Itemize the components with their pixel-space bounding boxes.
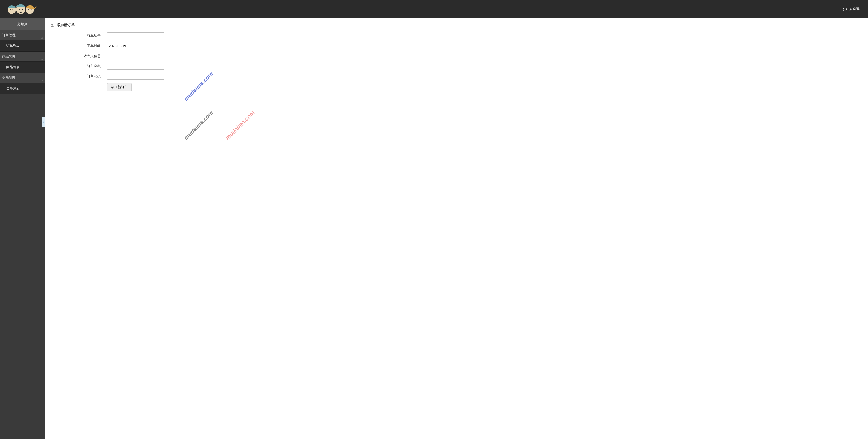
- svg-point-10: [51, 24, 53, 25]
- amount-input[interactable]: [107, 63, 164, 69]
- logout-link[interactable]: 安全退出: [843, 7, 863, 11]
- sidebar-item-label: 会员列表: [6, 86, 20, 90]
- logo: [3, 1, 39, 17]
- sidebar-item-order-list[interactable]: 订单列表: [0, 40, 44, 52]
- order-form-table: 订单编号: 下单时间: 收件人信息: 订单金额:: [50, 31, 863, 93]
- sidebar-group-orders[interactable]: 订单管理: [0, 30, 44, 40]
- person-icon: [50, 23, 55, 28]
- sidebar-start-label: 起始页: [18, 22, 28, 26]
- status-label: 订单状态:: [50, 71, 104, 82]
- page-title: 添加新订单: [57, 23, 75, 28]
- main-content: 添加新订单 订单编号: 下单时间: 收件人信息:: [44, 18, 868, 439]
- sidebar-group-label: 会员管理: [2, 76, 16, 80]
- order-no-label: 订单编号:: [50, 31, 104, 41]
- sidebar: 起始页 订单管理 订单列表 商品管理 商品列表 会员管理 会员列表 ◀: [0, 18, 44, 439]
- sidebar-group-label: 商品管理: [2, 55, 16, 58]
- page-header: 添加新订单: [50, 21, 863, 31]
- svg-point-7: [28, 9, 29, 10]
- sidebar-item-product-list[interactable]: 商品列表: [0, 62, 44, 73]
- watermark-text: mudaima.com: [183, 110, 214, 141]
- sidebar-group-products[interactable]: 商品管理: [0, 52, 44, 62]
- submit-spacer: [50, 82, 104, 93]
- sidebar-start-page[interactable]: 起始页: [0, 18, 44, 30]
- recipient-label: 收件人信息:: [50, 51, 104, 61]
- status-input[interactable]: [107, 73, 164, 80]
- order-time-input[interactable]: [107, 42, 164, 49]
- watermark-text: mudaima.com: [224, 110, 256, 141]
- order-no-input[interactable]: [107, 32, 164, 39]
- svg-point-5: [22, 9, 23, 10]
- sidebar-item-member-list[interactable]: 会员列表: [0, 83, 44, 94]
- submit-button[interactable]: 添加新订单: [107, 83, 132, 91]
- amount-label: 订单金额:: [50, 61, 104, 71]
- svg-point-2: [12, 9, 13, 10]
- order-time-label: 下单时间:: [50, 41, 104, 51]
- power-icon: [843, 7, 847, 11]
- app-header: 安全退出: [0, 0, 868, 18]
- svg-point-4: [19, 9, 20, 10]
- svg-point-8: [31, 9, 32, 10]
- sidebar-item-label: 商品列表: [6, 65, 20, 69]
- logout-label: 安全退出: [849, 7, 863, 11]
- svg-point-1: [10, 9, 11, 10]
- sidebar-group-members[interactable]: 会员管理: [0, 73, 44, 83]
- sidebar-item-label: 订单列表: [6, 44, 20, 48]
- sidebar-group-label: 订单管理: [2, 33, 16, 37]
- recipient-input[interactable]: [107, 53, 164, 59]
